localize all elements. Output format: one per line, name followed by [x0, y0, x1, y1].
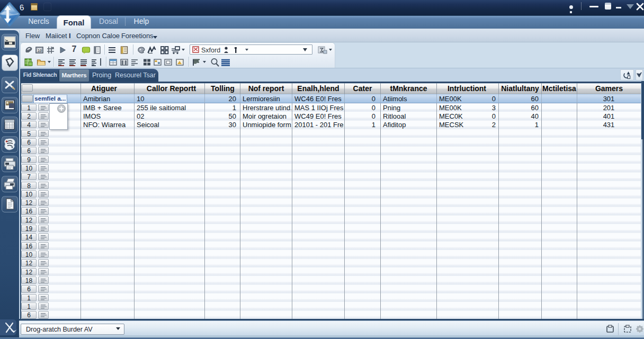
svg-text:10: 10	[38, 49, 42, 52]
